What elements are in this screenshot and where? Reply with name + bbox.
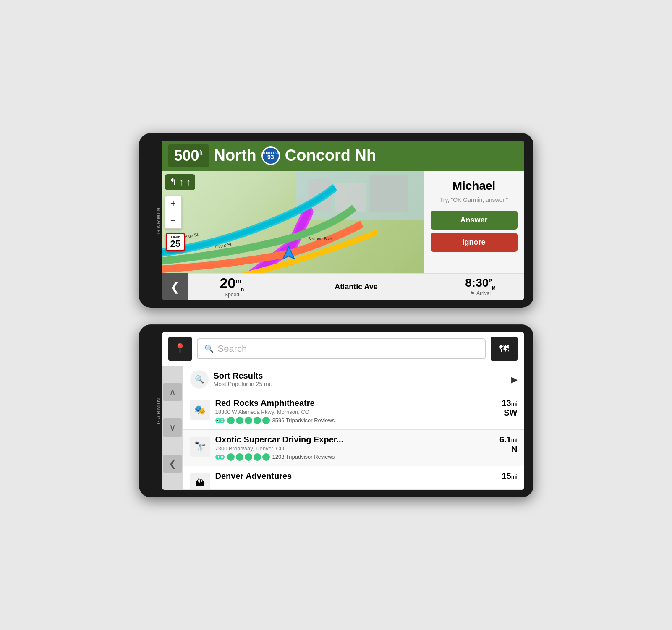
result-item-2[interactable]: 🔭 Oxotic Supercar Driving Exper... 7300 …	[183, 430, 524, 466]
result-dist-3: 15mi	[502, 471, 517, 481]
result-item-3[interactable]: 🏔 Denver Adventures 15mi	[183, 466, 524, 490]
svg-text:Seaport Blvd: Seaport Blvd	[308, 236, 332, 241]
zoom-out-button[interactable]: −	[165, 212, 181, 228]
dist-dir-1: SW	[502, 408, 517, 418]
svg-rect-3	[369, 175, 408, 212]
arrival-section: 8:30PM ⚑ Arrival	[437, 274, 524, 300]
pin-icon-box: 📍	[168, 337, 192, 361]
brand-label-2: GARMIN	[155, 397, 161, 424]
map-icon: 🗺	[499, 343, 509, 355]
nav-distance: 500ft	[168, 144, 209, 167]
left-nav: ∧ ∨ ❮	[162, 366, 183, 490]
nav-screen: 500ft North INTERSTATE 93 Concord Nh	[162, 141, 524, 300]
map-svg: Oliver St High St Seaport Blvd Pearl St	[162, 171, 424, 273]
scroll-down-button[interactable]: ∨	[163, 418, 182, 437]
scroll-up-button[interactable]: ∧	[163, 383, 182, 401]
svg-point-20	[221, 456, 222, 457]
arrival-label: ⚑ Arrival	[470, 290, 491, 296]
result-info-2: Oxotic Supercar Driving Exper... 7300 Br…	[215, 435, 494, 461]
result-dist-2: 6.1mi N	[499, 435, 518, 454]
result-name-1: Red Rocks Amphitheatre	[215, 398, 497, 408]
nav-map-area: Oliver St High St Seaport Blvd Pearl St …	[162, 171, 524, 273]
turn-arrow-up2: ↑	[186, 177, 191, 188]
svg-point-19	[217, 456, 218, 457]
search-input-wrapper[interactable]: 🔍 Search	[197, 338, 486, 359]
caller-name: Michael	[452, 179, 496, 193]
speed-limit-sign: LIMIT 25	[166, 233, 185, 251]
highway-badge: INTERSTATE 93	[261, 146, 280, 165]
nav-direction: North INTERSTATE 93 Concord Nh	[214, 146, 517, 165]
sort-row[interactable]: 🔍 Sort Results Most Popular in 25 mi. ▶	[183, 366, 524, 393]
sort-magnifier-icon: 🔍	[195, 375, 204, 384]
call-panel: Michael Try, "OK Garmin, answer." Answer…	[424, 171, 524, 273]
speed-label: Speed	[225, 292, 239, 298]
search-header: 📍 🔍 Search 🗺	[162, 332, 524, 366]
result-dist-1: 13mi SW	[502, 398, 517, 418]
result-name-3: Denver Adventures	[215, 471, 497, 481]
review-count-2: 1203 Tripadvisor Reviews	[272, 454, 335, 460]
call-hint: Try, "OK Garmin, answer."	[440, 196, 508, 204]
dist-value-2: 6.1mi	[499, 435, 518, 444]
review-count-1: 3596 Tripadvisor Reviews	[272, 417, 335, 423]
back-icon: ❮	[169, 458, 176, 469]
nav-back-button[interactable]: ❮	[162, 273, 188, 300]
sort-title: Sort Results	[214, 371, 511, 381]
speed-section: 20mh Speed	[188, 272, 276, 300]
svg-point-14	[221, 420, 222, 421]
sort-arrow-icon: ▶	[511, 374, 518, 384]
device-1: GARMIN 500ft North INTERSTATE 93 Concord…	[139, 133, 533, 308]
speed-limit-value: 25	[170, 239, 180, 248]
ignore-button[interactable]: Ignore	[431, 233, 518, 252]
device-2: GARMIN 📍 🔍 Search 🗺 ∧ ∨	[139, 324, 533, 497]
sort-icon: 🔍	[190, 370, 209, 389]
tripadvisor-logo-1	[215, 417, 225, 424]
dist-value-1: 13mi	[502, 398, 517, 408]
stars-1	[227, 417, 270, 424]
zoom-controls: + −	[165, 196, 182, 229]
answer-button[interactable]: Answer	[431, 211, 518, 230]
result-reviews-1: 3596 Tripadvisor Reviews	[215, 417, 497, 424]
tripadvisor-logo-2	[215, 453, 225, 461]
chevron-up-icon: ∧	[169, 387, 176, 397]
result-items: 🔍 Sort Results Most Popular in 25 mi. ▶ …	[183, 366, 524, 490]
results-list: ∧ ∨ ❮ 🔍 Sort Results Mos	[162, 366, 524, 490]
svg-point-13	[217, 420, 218, 421]
result-icon-1: 🎭	[190, 400, 210, 420]
stars-2	[227, 453, 270, 461]
search-magnifier-icon: 🔍	[204, 344, 214, 353]
turn-arrows-panel: ↰ ↑ ↑	[165, 174, 195, 190]
dist-value-3: 15mi	[502, 471, 517, 481]
svg-text:High St: High St	[184, 232, 199, 239]
result-icon-2: 🔭	[190, 437, 210, 457]
pin-icon: 📍	[174, 343, 186, 355]
sort-subtitle: Most Popular in 25 mi.	[214, 381, 511, 387]
result-reviews-2: 1203 Tripadvisor Reviews	[215, 453, 494, 461]
map-content: Oliver St High St Seaport Blvd Pearl St …	[162, 171, 424, 273]
result-address-2: 7300 Broadway, Denver, CO	[215, 445, 494, 452]
street-name: Atlantic Ave	[276, 282, 437, 291]
dist-dir-2: N	[499, 444, 518, 454]
theater-icon: 🎭	[194, 405, 206, 416]
zoom-in-button[interactable]: +	[165, 196, 181, 212]
turn-arrow-up1: ↑	[179, 177, 184, 188]
binoculars-icon: 🔭	[194, 441, 206, 452]
result-item-1[interactable]: 🎭 Red Rocks Amphitheatre 18300 W Alameda…	[183, 393, 524, 430]
brand-label-1: GARMIN	[155, 207, 161, 234]
nav-topbar: 500ft North INTERSTATE 93 Concord Nh	[162, 141, 524, 171]
result-icon-3: 🏔	[190, 473, 210, 490]
sort-info: Sort Results Most Popular in 25 mi.	[214, 371, 511, 387]
map-view-button[interactable]: 🗺	[491, 337, 518, 361]
search-input[interactable]: Search	[218, 343, 247, 354]
flag-icon: ⚑	[470, 290, 475, 296]
search-screen: 📍 🔍 Search 🗺 ∧ ∨ ❮	[162, 332, 524, 490]
arrival-time: 8:30PM	[465, 277, 495, 290]
turn-arrow-left: ↰	[169, 177, 177, 188]
result-address-1: 18300 W Alameda Pkwy, Morrison, CO	[215, 409, 497, 415]
result-name-2: Oxotic Supercar Driving Exper...	[215, 435, 494, 444]
chevron-down-icon: ∨	[169, 422, 176, 433]
nav-bottombar: ❮ 20mh Speed Atlantic Ave 8:30PM ⚑ Arriv…	[162, 273, 524, 300]
result-info-3: Denver Adventures	[215, 471, 497, 481]
scroll-back-button[interactable]: ❮	[163, 455, 182, 473]
result-info-1: Red Rocks Amphitheatre 18300 W Alameda P…	[215, 398, 497, 424]
speed-value: 20mh	[220, 276, 244, 292]
